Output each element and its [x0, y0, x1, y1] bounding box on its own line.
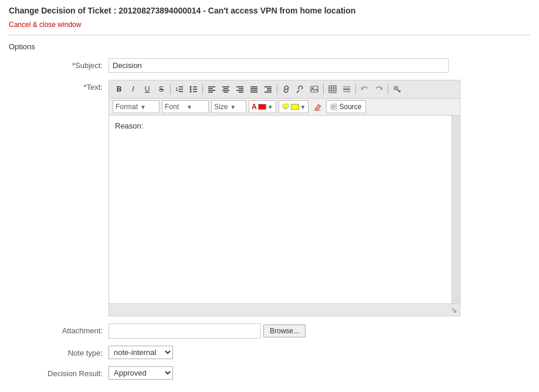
font-arrow-icon: ▼ [187, 104, 206, 110]
text-color-button[interactable]: A ▼ [249, 100, 276, 113]
link-icon [282, 85, 290, 93]
align-left-icon [208, 85, 216, 93]
bold-button[interactable]: B [113, 83, 126, 96]
separator-2 [202, 84, 203, 94]
highlight-icon [282, 103, 290, 110]
highlight-color-swatch [291, 104, 299, 110]
svg-line-30 [286, 89, 287, 90]
decision-result-label: Decision Result: [9, 366, 109, 378]
source-icon [330, 103, 337, 110]
size-dropdown[interactable]: Size ▼ [211, 100, 246, 113]
unordered-list-icon [189, 85, 198, 93]
editor-body-wrapper: Reason: [109, 116, 460, 303]
page-title: Change Decision of Ticket : 201208273894… [9, 6, 530, 15]
image-icon [310, 85, 318, 93]
svg-point-4 [190, 86, 192, 88]
editor-container: B I U S 1. [109, 80, 460, 316]
size-label: Size [214, 103, 228, 111]
separator-6 [388, 84, 388, 94]
subject-label: *Subject: [9, 58, 109, 70]
text-color-swatch [258, 104, 266, 110]
align-right-icon [236, 85, 244, 93]
highlight-arrow-icon: ▼ [300, 104, 306, 110]
editor-toolbar-bottom: Format ▼ Font ▼ Size ▼ A ▼ [109, 99, 460, 116]
separator-5 [355, 84, 356, 94]
strikethrough-button[interactable]: S [155, 83, 168, 96]
resize-handle[interactable]: ⇘ [450, 305, 457, 315]
svg-rect-47 [283, 104, 289, 108]
font-dropdown[interactable]: Font ▼ [162, 100, 209, 113]
options-section-title: Options [9, 42, 530, 51]
italic-button[interactable]: I [127, 83, 140, 96]
horizontal-rule-button[interactable] [340, 83, 353, 96]
note-type-label: Note type: [9, 346, 109, 357]
text-color-icon: A [252, 103, 257, 111]
svg-point-6 [190, 91, 192, 93]
redo-button[interactable] [372, 83, 385, 96]
separator-3 [277, 84, 277, 94]
subject-input[interactable] [109, 58, 449, 73]
editor-toolbar-top: B I U S 1. [109, 80, 460, 99]
horizontal-rule-icon [343, 85, 351, 93]
svg-point-5 [190, 89, 192, 90]
font-label: Font [165, 103, 184, 111]
attachment-label: Attachment: [9, 323, 109, 335]
editor-body[interactable]: Reason: [109, 116, 460, 303]
align-center-button[interactable] [219, 83, 232, 96]
ordered-list-button[interactable]: 1. [173, 83, 186, 96]
maximize-icon [393, 85, 401, 93]
text-label: *Text: [9, 80, 109, 92]
subject-row: *Subject: [9, 58, 530, 73]
align-right-button[interactable] [233, 83, 246, 96]
cancel-close-link[interactable]: Cancel & close window [9, 21, 81, 29]
svg-line-31 [297, 90, 299, 93]
decision-result-select[interactable]: Approved Rejected Pending [109, 366, 173, 380]
text-row: *Text: B I U S 1. [9, 80, 530, 316]
highlight-color-button[interactable]: ▼ [279, 100, 309, 113]
editor-resize-bar: ⇘ [109, 303, 460, 316]
eraser-icon [313, 103, 321, 111]
undo-icon [361, 85, 369, 93]
unlink-button[interactable] [294, 83, 307, 96]
editor-content: Reason: [115, 121, 143, 130]
justify-icon [250, 85, 258, 93]
table-button[interactable] [326, 83, 339, 96]
source-button[interactable]: Source [326, 100, 365, 113]
browse-button[interactable]: Browse... [263, 325, 306, 337]
link-button[interactable] [280, 83, 293, 96]
format-label: Format [116, 103, 138, 111]
unordered-list-button[interactable] [187, 83, 200, 96]
svg-rect-34 [329, 86, 336, 93]
ordered-list-icon: 1. [175, 85, 184, 93]
maximize-button[interactable] [391, 83, 404, 96]
indent-icon [264, 85, 272, 93]
header-divider [9, 35, 530, 35]
separator-4 [323, 84, 324, 94]
underline-button[interactable]: U [141, 83, 154, 96]
source-label: Source [339, 103, 361, 111]
table-icon [328, 85, 337, 93]
note-type-row: Note type: note-internal note-external [9, 346, 530, 359]
unlink-icon [296, 85, 304, 93]
format-arrow-icon: ▼ [140, 104, 157, 110]
attachment-input[interactable] [109, 323, 261, 339]
separator-1 [170, 84, 171, 94]
eraser-button[interactable] [311, 100, 324, 113]
align-left-button[interactable] [205, 83, 218, 96]
editor-scrollbar[interactable] [452, 116, 460, 303]
align-center-icon [222, 85, 230, 93]
text-color-arrow-icon: ▼ [267, 104, 273, 110]
attachment-row: Attachment: Browse... [9, 323, 530, 339]
svg-point-43 [395, 87, 396, 89]
format-dropdown[interactable]: Format ▼ [113, 100, 160, 113]
decision-result-row: Decision Result: Approved Rejected Pendi… [9, 366, 530, 380]
undo-button[interactable] [358, 83, 371, 96]
svg-point-33 [312, 87, 313, 89]
image-button[interactable] [308, 83, 321, 96]
redo-icon [375, 85, 383, 93]
note-type-select[interactable]: note-internal note-external [109, 346, 173, 359]
justify-button[interactable] [248, 83, 260, 96]
indent-button[interactable] [262, 83, 274, 96]
attachment-controls: Browse... [109, 323, 306, 339]
size-arrow-icon: ▼ [230, 104, 243, 110]
